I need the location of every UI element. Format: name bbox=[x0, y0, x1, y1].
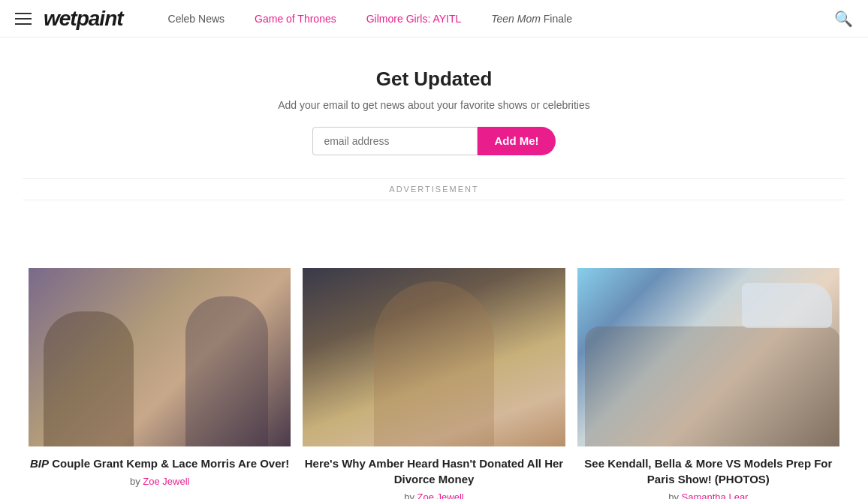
header-right: 🔍 bbox=[834, 10, 853, 28]
nav-item-teen-mom[interactable]: Teen Mom Finale bbox=[476, 13, 587, 25]
nav-item-celeb-news[interactable]: Celeb News bbox=[153, 13, 240, 25]
by-label-3: by bbox=[668, 491, 679, 499]
article-image-2 bbox=[303, 268, 565, 446]
plane-decoration bbox=[742, 283, 832, 328]
article-image-3 bbox=[577, 268, 839, 446]
header: wetpaint Celeb News Game of Thrones Gilm… bbox=[0, 0, 868, 38]
header-left: wetpaint bbox=[15, 7, 123, 31]
author-1[interactable]: Zoe Jewell bbox=[143, 476, 189, 487]
nav-item-game-of-thrones[interactable]: Game of Thrones bbox=[240, 13, 351, 25]
search-button[interactable]: 🔍 bbox=[834, 10, 853, 28]
by-label-2: by bbox=[404, 491, 414, 499]
nav-item-gilmore-girls[interactable]: Gilmore Girls: AYITL bbox=[351, 13, 477, 25]
articles-grid: BIP Couple Grant Kemp & Lace Morris Are … bbox=[0, 268, 868, 499]
article-byline-3: by Samantha Lear bbox=[577, 491, 839, 499]
newsletter-title: Get Updated bbox=[15, 68, 853, 91]
article-title-2: Here's Why Amber Heard Hasn't Donated Al… bbox=[303, 455, 565, 487]
email-input[interactable] bbox=[312, 127, 478, 155]
advertisement-label: ADVERTISEMENT bbox=[23, 178, 845, 200]
author-2[interactable]: Zoe Jewell bbox=[417, 491, 464, 499]
article-byline-2: by Zoe Jewell bbox=[303, 491, 565, 499]
newsletter-subtitle: Add your email to get news about your fa… bbox=[15, 98, 853, 113]
author-3[interactable]: Samantha Lear bbox=[682, 491, 749, 499]
hamburger-button[interactable] bbox=[15, 13, 32, 25]
article-byline-1: by Zoe Jewell bbox=[29, 476, 291, 487]
ad-space bbox=[0, 200, 868, 260]
article-image-1 bbox=[29, 268, 291, 446]
article-card-2[interactable]: Here's Why Amber Heard Hasn't Donated Al… bbox=[297, 268, 571, 499]
by-label-1: by bbox=[130, 476, 140, 487]
article-title-3: See Kendall, Bella & More VS Models Prep… bbox=[577, 455, 839, 487]
article-card-1[interactable]: BIP Couple Grant Kemp & Lace Morris Are … bbox=[23, 268, 297, 499]
article-title-1: BIP Couple Grant Kemp & Lace Morris Are … bbox=[29, 455, 291, 471]
newsletter-form: Add Me! bbox=[15, 127, 853, 155]
add-me-button[interactable]: Add Me! bbox=[478, 127, 555, 155]
site-logo[interactable]: wetpaint bbox=[44, 7, 123, 31]
main-nav: Celeb News Game of Thrones Gilmore Girls… bbox=[153, 13, 587, 25]
newsletter-section: Get Updated Add your email to get news a… bbox=[0, 38, 868, 178]
article-card-3[interactable]: See Kendall, Bella & More VS Models Prep… bbox=[571, 268, 845, 499]
